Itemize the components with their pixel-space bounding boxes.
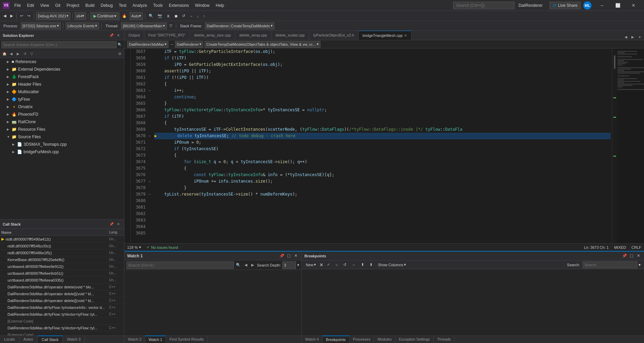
cs-row-8[interactable]: DaliRenderer3dsMax.dlr!operator delete[]… [0, 290, 124, 297]
code-scrollbar[interactable] [612, 48, 617, 243]
tree-item-phoenixfd[interactable]: ▶ 🔥 PhoenixFD [0, 111, 124, 118]
fold-3677[interactable]: ─ [148, 178, 153, 185]
cs-row-2[interactable]: ntdll.dll!00007fff5486e1f5() Un... [0, 249, 124, 256]
bp-tab-breakpoints[interactable]: Breakpoints [323, 335, 349, 343]
process-dropdown[interactable]: [97332] 3dsmax.exe ▾ [21, 23, 61, 29]
bp-export[interactable]: ⬆ [359, 261, 366, 268]
filter-button[interactable]: ▽ [168, 22, 174, 30]
lifecycle-dropdown[interactable]: Lifecycle Events ▾ [66, 23, 99, 29]
watch-float-icon[interactable]: ⬚ [286, 253, 292, 259]
bp-disable-all[interactable]: ○ [333, 261, 340, 268]
toolbar-search-button[interactable]: 🔍 [147, 12, 155, 20]
bp-delete-icon[interactable]: ✕ [319, 262, 324, 268]
menu-edit[interactable]: Edit [24, 2, 37, 9]
se-home-icon[interactable]: 🏠 [1, 51, 8, 57]
tree-item-railclone[interactable]: ▶ 🚃 RailClone [0, 118, 124, 126]
se-forward-icon[interactable]: ▶ [15, 51, 21, 57]
cs-row-7[interactable]: DaliRenderer3dsMax.dlr!operator delete(v… [0, 284, 124, 290]
se-settings-icon[interactable]: ⚙ [117, 51, 123, 57]
bp-show-columns[interactable]: Show Columns ▾ [376, 261, 408, 268]
tree-item-forestpack[interactable]: ▶ 🌲 ForestPack [0, 73, 124, 81]
bp-new-button[interactable]: New ▾ [304, 261, 318, 268]
tree-item-ext-deps[interactable]: ▶ 📁 External Dependencies [0, 66, 124, 73]
fold-3663[interactable]: ─ [148, 87, 153, 94]
redo-button[interactable]: ↪ [26, 12, 32, 20]
watch-tab-1[interactable]: Watch 1 [145, 335, 166, 343]
toolbar-pause-button[interactable]: ⏸ [165, 12, 171, 20]
tree-item-bridge-fur[interactable]: ▶ 📄 bridgeFurMesh.cpp [0, 148, 124, 156]
cs-close-icon[interactable]: ✕ [115, 221, 121, 227]
tab-bridge-triangle[interactable]: bridgeTriangleMesh.cpp ✕ [359, 31, 412, 40]
menu-view[interactable]: View [38, 2, 52, 9]
tab-find-srctype[interactable]: Find "SRCTYPE_IPO" [144, 31, 190, 40]
bp-search-dropdown[interactable]: ▾ [639, 262, 641, 267]
platform-dropdown[interactable]: x64 ▾ [75, 12, 86, 20]
tab-delete-scalar[interactable]: delete_scalar.cpp [271, 31, 309, 40]
tree-item-texmaps[interactable]: ▶ 📄 3DSMAX_Texmaps.cpp [0, 141, 124, 148]
tabs-dropdown[interactable]: ▾ [636, 34, 643, 40]
cs-row-5[interactable]: ucrtbased.dll!00007ffe6ee9cb51() Un... [0, 270, 124, 277]
breadcrumb-file[interactable]: DaliRenderer ▾ [175, 41, 203, 48]
menu-help[interactable]: Help [213, 2, 227, 9]
bp-float-icon[interactable]: ⬚ [628, 253, 634, 259]
cs-row-1[interactable]: ntdll.dll!00007fff548ccf3c() Un... [0, 243, 124, 249]
cs-row-9[interactable]: DaliRenderer3dsMax.dlr!operator delete[]… [0, 297, 124, 304]
menu-extensions[interactable]: Extensions [166, 2, 192, 9]
bp-tab-processes[interactable]: Processes [349, 335, 374, 343]
se-pin-icon[interactable]: 📌 [108, 32, 115, 39]
watch-depth-input[interactable] [282, 261, 296, 269]
user-avatar[interactable]: ML [583, 1, 591, 10]
bp-import[interactable]: ⬇ [368, 261, 375, 268]
tab-delete-array[interactable]: delete_array.cpp [235, 31, 271, 40]
bp-tab-threads[interactable]: Threads [434, 335, 454, 343]
se-back-icon[interactable]: ◀ [8, 51, 14, 57]
bp-tab-modules[interactable]: Modules [374, 335, 395, 343]
step-out-button[interactable]: ↑ [202, 12, 207, 20]
menu-project[interactable]: Project [64, 2, 82, 9]
auto-dropdown[interactable]: Auto ▾ [130, 12, 143, 20]
tree-item-source-files[interactable]: ▼ 📁 Source Files [0, 133, 124, 141]
tab-bt-close[interactable]: ✕ [404, 33, 407, 38]
tree-item-header-files[interactable]: ▶ 📁 Header Files [0, 81, 124, 88]
live-share-button[interactable]: ⟳ Live Share [550, 2, 581, 9]
menu-build[interactable]: Build [83, 2, 98, 9]
watch-depth-dropdown[interactable]: ▾ [297, 263, 299, 267]
watch-forward-icon[interactable]: ▶ [250, 262, 256, 268]
bp-close-icon[interactable]: ✕ [635, 253, 641, 259]
minimize-button[interactable]: ─ [594, 0, 610, 11]
tab-output[interactable]: Output [124, 31, 144, 40]
watch-pin-icon[interactable]: 📌 [279, 253, 285, 259]
tab-watch-3[interactable]: Watch 3 [63, 335, 85, 343]
step-into-button[interactable]: ↓ [196, 12, 200, 20]
se-close-icon[interactable]: ✕ [115, 32, 121, 39]
cs-row-14[interactable]: [External Code] [0, 331, 124, 335]
watch-search-input[interactable] [126, 261, 234, 269]
cs-row-4[interactable]: ucrtbased.dll!00007ffe6ee9e912() Un... [0, 263, 124, 270]
cs-row-11[interactable]: DaliRenderer3dsMax.dlr!tyFlow::tyVector<… [0, 311, 124, 318]
zoom-level[interactable]: 118 % ▾ [127, 245, 141, 249]
cs-row-10[interactable]: DaliRenderer3dsMax.dlr!tyFlow::tyInstanc… [0, 304, 124, 311]
bp-enable-all[interactable]: ✓ [325, 261, 332, 268]
breadcrumb-func[interactable]: CreateTempDaliModels(ObjectTabs & object… [205, 41, 320, 48]
back-button[interactable]: ◀ [2, 12, 8, 20]
menu-tools[interactable]: Tools [150, 2, 165, 9]
tree-item-tyflow[interactable]: ▶ 🔷 tyFlow [0, 96, 124, 103]
menu-test[interactable]: Test [116, 2, 129, 9]
bp-refresh[interactable]: ↺ [341, 261, 348, 268]
bp-go-to-source[interactable]: → [350, 261, 358, 268]
tree-item-references[interactable]: ▶ ■ References [0, 58, 124, 66]
tree-item-ornatrix[interactable]: ▶ 🔸 Ornatrix [0, 103, 124, 111]
close-button[interactable]: ✕ [626, 0, 641, 11]
menu-window[interactable]: Window [192, 2, 212, 9]
menu-file[interactable]: File [12, 2, 24, 9]
step-over-button[interactable]: → [188, 12, 194, 20]
watch-tab-find-symbol[interactable]: Find Symbol Results [166, 335, 208, 343]
se-search-input[interactable] [1, 41, 117, 48]
forward-button[interactable]: ▶ [9, 12, 14, 20]
cs-row-0[interactable]: ▶ ntdll.dll!00007fff5490a412() Un... [0, 236, 124, 243]
tabs-scroll-right[interactable]: ▶ [630, 34, 636, 40]
toolbar-stop-button[interactable]: ⏹ [173, 12, 179, 20]
tab-call-stack[interactable]: Call Stack [38, 335, 63, 343]
toolbar-restart-button[interactable]: ↺ [181, 12, 186, 20]
tabs-scroll-left[interactable]: ◀ [623, 34, 629, 40]
